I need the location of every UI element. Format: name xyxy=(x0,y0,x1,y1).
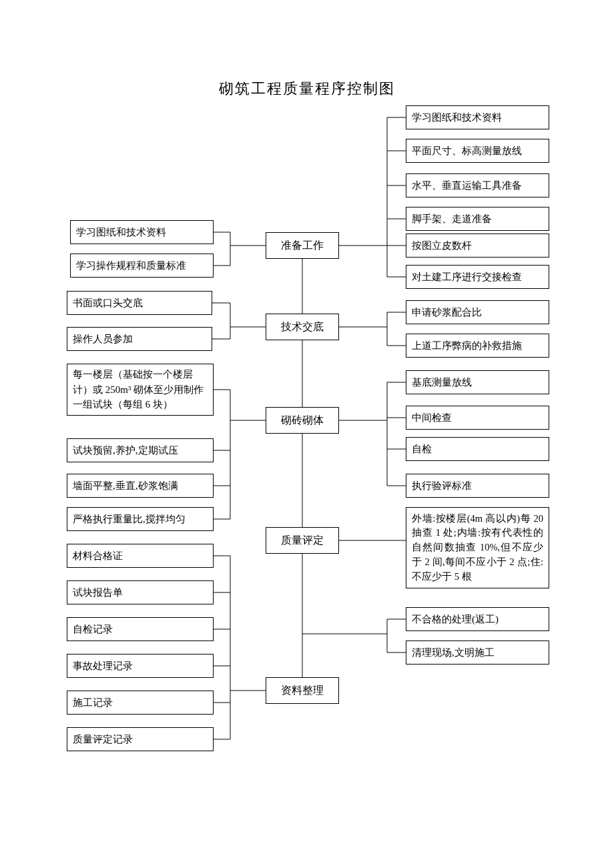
right-box: 外墙:按楼层(4m 高以内)每 20 抽查 1 处;内墙:按有代表性的自然间数抽… xyxy=(406,507,549,588)
right-box: 学习图纸和技术资料 xyxy=(406,105,549,129)
label: 学习图纸和技术资料 xyxy=(76,225,166,240)
label: 自检 xyxy=(412,442,432,457)
label: 学习操作规程和质量标准 xyxy=(76,258,186,274)
label: 中间检查 xyxy=(412,410,452,426)
left-box: 书面或口头交底 xyxy=(67,291,212,315)
right-box: 申请砂浆配合比 xyxy=(406,300,549,324)
label: 按图立皮数杆 xyxy=(412,238,472,254)
label: 材料合格证 xyxy=(73,548,123,564)
label: 砌砖砌体 xyxy=(281,412,324,428)
label: 试块报告单 xyxy=(73,585,123,600)
label: 每一楼层（基础按一个楼层计）或 250m³ 砌体至少用制作一组试块（每组 6 块… xyxy=(73,367,208,412)
label: 对土建工序进行交接检查 xyxy=(412,270,522,285)
label: 清理现场,文明施工 xyxy=(412,645,495,661)
node-masonry: 砌砖砌体 xyxy=(266,407,339,434)
label: 不合格的处理(返工) xyxy=(412,612,499,627)
node-tech: 技术交底 xyxy=(266,314,339,340)
label: 试块预留,养护,定期试压 xyxy=(73,443,178,458)
left-box: 墙面平整,垂直,砂浆饱满 xyxy=(67,474,214,498)
label: 外墙:按楼层(4m 高以内)每 20 抽查 1 处;内墙:按有代表性的自然间数抽… xyxy=(412,512,543,584)
label: 水平、垂直运输工具准备 xyxy=(412,178,522,193)
right-box: 水平、垂直运输工具准备 xyxy=(406,173,549,197)
label: 书面或口头交底 xyxy=(73,296,143,311)
label: 事故处理记录 xyxy=(73,659,133,674)
right-box: 按图立皮数杆 xyxy=(406,234,549,258)
right-box: 上道工序弊病的补救措施 xyxy=(406,334,549,358)
label: 资料整理 xyxy=(281,683,324,699)
label: 技术交底 xyxy=(281,319,324,335)
left-box: 材料合格证 xyxy=(67,544,214,568)
right-box: 清理现场,文明施工 xyxy=(406,640,549,665)
left-box: 学习操作规程和质量标准 xyxy=(70,254,214,278)
left-box: 事故处理记录 xyxy=(67,654,214,678)
left-box: 自检记录 xyxy=(67,617,214,641)
right-box: 不合格的处理(返工) xyxy=(406,607,549,631)
label: 自检记录 xyxy=(73,622,113,637)
left-box: 严格执行重量比,搅拌均匀 xyxy=(67,507,214,531)
node-prep: 准备工作 xyxy=(266,232,339,259)
right-box: 执行验评标准 xyxy=(406,474,549,498)
node-quality: 质量评定 xyxy=(266,527,339,554)
label: 执行验评标准 xyxy=(412,478,472,494)
right-box: 基底测量放线 xyxy=(406,370,549,394)
node-doc: 资料整理 xyxy=(266,677,339,704)
left-box: 每一楼层（基础按一个楼层计）或 250m³ 砌体至少用制作一组试块（每组 6 块… xyxy=(67,364,214,416)
label: 准备工作 xyxy=(281,238,324,254)
right-box: 对土建工序进行交接检查 xyxy=(406,265,549,289)
label: 脚手架、走道准备 xyxy=(412,211,492,227)
label: 学习图纸和技术资料 xyxy=(412,110,502,125)
label: 质量评定 xyxy=(281,532,324,548)
right-box: 平面尺寸、标高测量放线 xyxy=(406,139,549,163)
label: 上道工序弊病的补救措施 xyxy=(412,338,522,354)
page-title: 砌筑工程质量程序控制图 xyxy=(0,79,614,99)
left-box: 质量评定记录 xyxy=(67,727,214,751)
label: 基底测量放线 xyxy=(412,375,472,390)
left-box: 试块报告单 xyxy=(67,580,214,604)
label: 严格执行重量比,搅拌均匀 xyxy=(73,512,186,527)
label: 质量评定记录 xyxy=(73,732,133,747)
right-box: 自检 xyxy=(406,437,549,461)
right-box: 脚手架、走道准备 xyxy=(406,207,549,231)
label: 操作人员参加 xyxy=(73,332,133,347)
left-box: 操作人员参加 xyxy=(67,327,212,351)
label: 墙面平整,垂直,砂浆饱满 xyxy=(73,478,178,494)
label: 施工记录 xyxy=(73,695,113,711)
label: 申请砂浆配合比 xyxy=(412,305,482,320)
right-box: 中间检查 xyxy=(406,406,549,430)
left-box: 学习图纸和技术资料 xyxy=(70,220,214,244)
left-box: 施工记录 xyxy=(67,691,214,715)
left-box: 试块预留,养护,定期试压 xyxy=(67,438,214,462)
label: 平面尺寸、标高测量放线 xyxy=(412,143,522,159)
